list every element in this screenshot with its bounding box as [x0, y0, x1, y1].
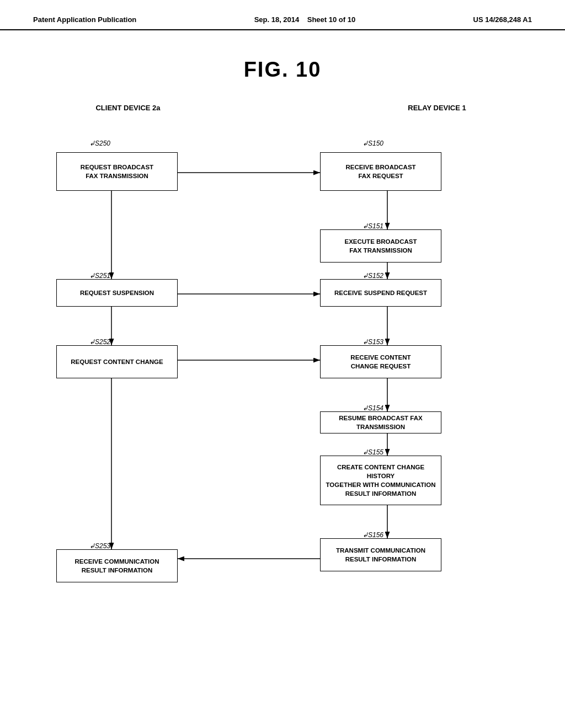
step-label-s150: ↲S150 [363, 140, 383, 147]
header: Patent Application Publication Sep. 18, … [0, 0, 565, 30]
header-sheet: Sheet 10 of 10 [307, 15, 355, 24]
header-date: Sep. 18, 2014 [254, 15, 300, 24]
step-label-s153: ↲S153 [363, 338, 383, 346]
box-s151: EXECUTE BROADCASTFAX TRANSMISSION [320, 229, 441, 263]
step-label-s156: ↲S156 [363, 531, 383, 539]
step-label-s154: ↲S154 [363, 404, 383, 412]
box-s152: RECEIVE SUSPEND REQUEST [320, 279, 441, 307]
step-label-s253: ↲S253 [89, 542, 110, 550]
box-s155: CREATE CONTENT CHANGE HISTORYTOGETHER WI… [320, 456, 441, 505]
figure-title: FIG. 10 [0, 58, 565, 82]
box-s156: TRANSMIT COMMUNICATIONRESULT INFORMATION [320, 538, 441, 571]
box-s153: RECEIVE CONTENTCHANGE REQUEST [320, 345, 441, 378]
step-label-s155: ↲S155 [363, 448, 383, 456]
box-s250: REQUEST BROADCASTFAX TRANSMISSION [56, 152, 178, 191]
box-s150: RECEIVE BROADCASTFAX REQUEST [320, 152, 441, 191]
box-s252: REQUEST CONTENT CHANGE [56, 345, 178, 378]
header-date-sheet: Sep. 18, 2014 Sheet 10 of 10 [254, 15, 356, 24]
diagram: CLIENT DEVICE 2a RELAY DEVICE 1 ↲S250 RE… [45, 104, 520, 644]
step-label-s152: ↲S152 [363, 272, 383, 280]
header-patent-number: US 14/268,248 A1 [473, 15, 532, 24]
step-label-s250: ↲S250 [89, 140, 110, 147]
box-s253: RECEIVE COMMUNICATIONRESULT INFORMATION [56, 549, 178, 582]
step-label-s251: ↲S251 [89, 272, 110, 280]
col-header-client: CLIENT DEVICE 2a [62, 104, 194, 112]
step-label-s151: ↲S151 [363, 222, 383, 230]
box-s251: REQUEST SUSPENSION [56, 279, 178, 307]
box-s154: RESUME BROADCAST FAX TRANSMISSION [320, 411, 441, 433]
page: Patent Application Publication Sep. 18, … [0, 0, 565, 728]
step-label-s252: ↲S252 [89, 338, 110, 346]
header-publication: Patent Application Publication [33, 15, 136, 24]
col-header-relay: RELAY DEVICE 1 [371, 104, 503, 112]
